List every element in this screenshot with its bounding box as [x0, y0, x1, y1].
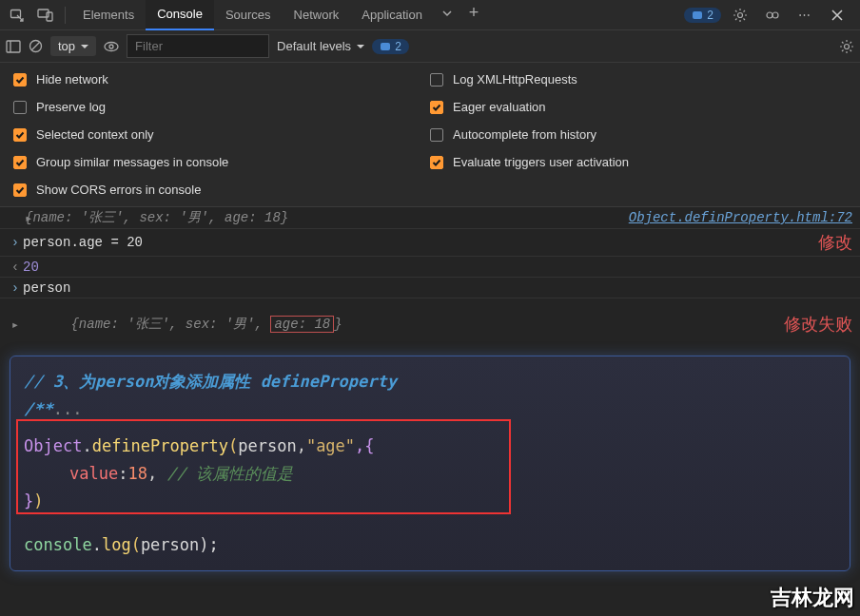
- inspect-icon[interactable]: [4, 2, 30, 29]
- setting-checkbox[interactable]: Group similar messages in console: [13, 155, 430, 169]
- result-icon: ‹: [8, 260, 23, 275]
- issues-badge-toolbar[interactable]: 2: [372, 39, 409, 54]
- checkbox-label: Autocomplete from history: [453, 127, 596, 142]
- checkbox-label: Preserve log: [36, 100, 106, 114]
- svg-rect-13: [381, 43, 390, 50]
- checkbox-label: Selected context only: [36, 127, 154, 142]
- close-icon[interactable]: [824, 2, 850, 29]
- input-row[interactable]: › person.age = 20 修改: [0, 229, 860, 257]
- sidebar-toggle-icon[interactable]: [6, 40, 21, 53]
- clear-console-icon[interactable]: [29, 39, 43, 53]
- svg-point-4: [738, 12, 743, 17]
- console-settings-gear-icon[interactable]: [839, 39, 854, 54]
- result-row: ‹ 20: [0, 257, 860, 278]
- checkbox-icon: [430, 73, 443, 87]
- tab-network[interactable]: Network: [283, 0, 351, 30]
- console-output: ▸ {name: '张三', sex: '男', age: 18} Object…: [0, 207, 860, 571]
- device-toggle-icon[interactable]: [32, 2, 59, 29]
- levels-label: Default levels: [277, 39, 351, 53]
- experiments-icon[interactable]: [759, 2, 786, 29]
- expand-icon[interactable]: ▸: [8, 210, 25, 226]
- checkbox-icon: [13, 101, 27, 114]
- prompt-icon: ›: [8, 280, 23, 296]
- log-row: ▸ {name: '张三', sex: '男', age: 18} Object…: [0, 207, 860, 229]
- checkbox-icon: [13, 156, 27, 169]
- checkbox-label: Show CORS errors in console: [36, 183, 201, 197]
- log-levels-selector[interactable]: Default levels: [277, 39, 364, 53]
- setting-checkbox[interactable]: Show CORS errors in console: [13, 183, 430, 197]
- badge-count: 2: [707, 9, 713, 22]
- context-selector[interactable]: top: [50, 36, 96, 56]
- result-object[interactable]: {name: '张三', sex: '男', age: 18}: [23, 300, 772, 348]
- more-menu-icon[interactable]: ⋯: [792, 2, 818, 29]
- setting-checkbox[interactable]: Preserve log: [13, 100, 430, 114]
- svg-point-6: [772, 12, 778, 18]
- settings-col-left: Hide networkPreserve logSelected context…: [13, 72, 430, 197]
- setting-checkbox[interactable]: Autocomplete from history: [430, 127, 847, 142]
- input-row[interactable]: › person: [0, 278, 860, 298]
- setting-checkbox[interactable]: Selected context only: [13, 127, 430, 142]
- svg-point-11: [105, 42, 118, 50]
- svg-rect-3: [693, 11, 702, 19]
- checkbox-label: Evaluate triggers user activation: [453, 155, 629, 169]
- filter-input[interactable]: [127, 34, 269, 58]
- tab-elements[interactable]: Elements: [71, 0, 146, 30]
- live-expression-icon[interactable]: [104, 41, 119, 52]
- svg-point-12: [109, 45, 113, 48]
- tab-application[interactable]: Application: [350, 0, 434, 30]
- annotation: 修改失败: [772, 313, 852, 336]
- checkbox-icon: [430, 156, 443, 169]
- checkbox-icon: [430, 101, 443, 114]
- console-input: person.age = 20: [23, 235, 807, 250]
- source-link[interactable]: Object.definProperty.html:72: [629, 210, 852, 225]
- settings-gear-icon[interactable]: [727, 2, 753, 29]
- divider: [65, 7, 66, 24]
- checkbox-icon: [13, 73, 27, 87]
- result-value: 20: [23, 260, 852, 275]
- svg-rect-7: [7, 41, 20, 52]
- tab-console[interactable]: Console: [146, 0, 214, 30]
- topbar-right: 2 ⋯: [684, 2, 856, 29]
- setting-checkbox[interactable]: Hide network: [13, 72, 430, 87]
- annotation: 修改: [807, 231, 852, 254]
- checkbox-label: Hide network: [36, 72, 108, 87]
- prompt-icon: ›: [8, 235, 23, 250]
- highlighted-prop: age: 18: [270, 316, 334, 333]
- tab-sources[interactable]: Sources: [214, 0, 283, 30]
- setting-checkbox[interactable]: Eager evaluation: [430, 100, 847, 114]
- console-toolbar: top Default levels 2: [0, 30, 860, 63]
- console-settings-panel: Hide networkPreserve logSelected context…: [0, 63, 860, 207]
- checkbox-label: Group similar messages in console: [36, 155, 228, 169]
- issues-count: 2: [395, 40, 401, 53]
- svg-point-5: [767, 12, 772, 18]
- checkbox-icon: [13, 183, 27, 197]
- checkbox-icon: [13, 128, 27, 142]
- issues-badge-top[interactable]: 2: [684, 8, 721, 23]
- context-value: top: [58, 39, 75, 53]
- checkbox-label: Eager evaluation: [453, 100, 546, 114]
- tab-strip: Elements Console Sources Network Applica…: [71, 0, 487, 30]
- settings-col-right: Log XMLHttpRequestsEager evaluationAutoc…: [430, 72, 847, 197]
- code-snippet: // 3、为person对象添加属性 defineProperty /**...…: [10, 356, 850, 571]
- console-input: person: [23, 280, 852, 296]
- add-tab-icon[interactable]: +: [460, 0, 487, 27]
- devtools-topbar: Elements Console Sources Network Applica…: [0, 0, 860, 30]
- checkbox-label: Log XMLHttpRequests: [453, 72, 577, 87]
- setting-checkbox[interactable]: Evaluate triggers user activation: [430, 155, 847, 169]
- checkbox-icon: [430, 128, 443, 142]
- watermark: 吉林龙网: [771, 584, 854, 612]
- svg-line-10: [32, 43, 40, 50]
- svg-point-14: [845, 44, 850, 48]
- setting-checkbox[interactable]: Log XMLHttpRequests: [430, 72, 847, 87]
- more-tabs-icon[interactable]: [434, 0, 460, 27]
- result-row: ▸ {name: '张三', sex: '男', age: 18} 修改失败: [0, 298, 860, 350]
- expand-icon[interactable]: ▸: [8, 317, 23, 333]
- log-object[interactable]: {name: '张三', sex: '男', age: 18}: [25, 209, 629, 226]
